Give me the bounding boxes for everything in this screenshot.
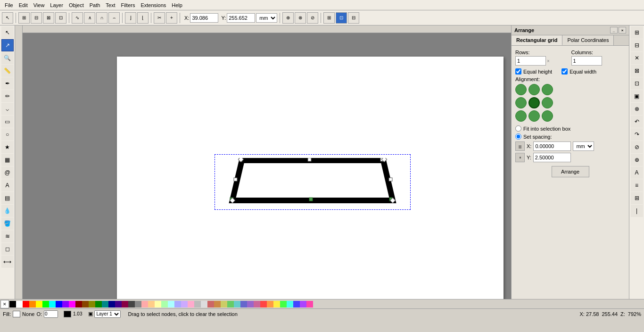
far-right-btn7[interactable]: ⊗	[631, 103, 643, 115]
palette-color-ff00ff[interactable]	[69, 301, 75, 307]
menu-file[interactable]: File	[2, 1, 16, 9]
menu-filters[interactable]: Filters	[118, 1, 138, 9]
menu-text[interactable]: Text	[103, 1, 118, 9]
tool-ellipse[interactable]: ○	[1, 128, 14, 141]
palette-color-cc6699[interactable]	[254, 301, 260, 307]
far-right-btn3[interactable]: ✕	[631, 52, 643, 64]
palette-color-000000[interactable]	[9, 301, 16, 307]
align-top-right[interactable]	[542, 84, 553, 95]
far-right-btn15[interactable]: |	[631, 205, 643, 217]
arrange-close-btn[interactable]: ×	[619, 27, 626, 33]
far-right-btn10[interactable]: ⊘	[631, 141, 643, 153]
path-join-btn[interactable]: ⌊	[137, 12, 149, 24]
palette-color-aa44ff[interactable]	[300, 301, 306, 307]
canvas-area[interactable]	[15, 25, 511, 299]
palette-color-66cccc[interactable]	[234, 301, 240, 307]
tool-connector[interactable]: ⟷	[1, 256, 14, 268]
select-tool-btn[interactable]: ↖	[2, 12, 13, 24]
far-right-btn2[interactable]: ⊟	[631, 39, 643, 51]
canvas-content[interactable]	[23, 33, 511, 299]
arrange-minimize-btn[interactable]: _	[610, 27, 618, 33]
align-mid-right[interactable]	[542, 97, 553, 108]
tool-spiral[interactable]: @	[1, 166, 14, 179]
palette-color-aaffaa[interactable]	[161, 301, 168, 307]
palette-color-cc6666[interactable]	[207, 301, 214, 307]
palette-color-880044[interactable]	[122, 301, 128, 307]
palette-color-aaffff[interactable]	[168, 301, 174, 307]
tool-eraser[interactable]: ◻	[1, 243, 14, 255]
snap-btn3[interactable]: ⊠	[43, 12, 54, 24]
y-spacing-input[interactable]	[533, 153, 571, 162]
align-mid-left[interactable]	[515, 97, 527, 108]
view-btn3[interactable]: ⊟	[348, 12, 359, 24]
palette-color-00ff00[interactable]	[42, 301, 49, 307]
far-right-btn6[interactable]: ▣	[631, 90, 643, 102]
node-symm-btn[interactable]: ⌢	[108, 12, 120, 24]
snap-btn4[interactable]: ⊡	[55, 12, 66, 24]
far-right-btn11[interactable]: ⊕	[631, 154, 643, 166]
tool-zoom[interactable]: 🔍	[1, 52, 14, 64]
no-paint-btn[interactable]: ✕	[0, 300, 9, 308]
palette-color-ffff00[interactable]	[36, 301, 42, 307]
snap-btn1[interactable]: ⊞	[18, 12, 30, 24]
align-bot-center[interactable]	[528, 110, 540, 122]
palette-color-888888[interactable]	[135, 301, 141, 307]
far-right-btn9[interactable]: ↷	[631, 128, 643, 141]
palette-color-444444[interactable]	[128, 301, 135, 307]
palette-color-008800[interactable]	[95, 301, 102, 307]
palette-color-4444ff[interactable]	[293, 301, 300, 307]
far-right-btn13[interactable]: ≡	[631, 179, 643, 191]
menu-help[interactable]: Help	[169, 1, 185, 9]
palette-color-ff0000[interactable]	[23, 301, 29, 307]
palette-color-ffee44[interactable]	[273, 301, 280, 307]
tool-spray[interactable]: ≋	[1, 230, 14, 242]
align-top-center[interactable]	[528, 84, 540, 95]
tool-dropper[interactable]: 💧	[1, 205, 14, 217]
far-right-btn14[interactable]: ⊞	[631, 192, 643, 204]
path-delete-seg-btn[interactable]: ✂	[154, 12, 165, 24]
menu-extensions[interactable]: Extensions	[138, 1, 169, 9]
node-smooth-btn[interactable]: ∩	[96, 12, 107, 24]
view-btn1[interactable]: ⊞	[323, 12, 335, 24]
rows-input[interactable]	[515, 56, 546, 66]
palette-color-ffaaaa[interactable]	[141, 301, 148, 307]
far-right-btn12[interactable]: A	[631, 166, 643, 179]
far-right-btn1[interactable]: ⊞	[631, 26, 643, 39]
palette-color-44ff44[interactable]	[280, 301, 287, 307]
palette-color-880000[interactable]	[75, 301, 82, 307]
tool-3d-box[interactable]: ▦	[1, 154, 14, 166]
columns-input[interactable]	[571, 56, 602, 66]
equal-width-checkbox[interactable]	[561, 68, 568, 75]
tool-node[interactable]: ↗	[1, 39, 14, 51]
tool-gradient[interactable]: ▤	[1, 192, 14, 204]
tab-polar[interactable]: Polar Coordinates	[562, 35, 614, 45]
path-break-btn[interactable]: ⌋	[125, 12, 136, 24]
tool-measure[interactable]: 📏	[1, 65, 14, 77]
palette-color-66cc66[interactable]	[227, 301, 234, 307]
equal-height-checkbox[interactable]	[515, 68, 521, 75]
palette-color-9966cc[interactable]	[247, 301, 254, 307]
set-spacing-radio[interactable]	[515, 133, 521, 140]
tab-rectangular[interactable]: Rectangular grid	[512, 35, 562, 45]
fill-color-box[interactable]	[13, 311, 20, 317]
palette-color-00ffff[interactable]	[49, 301, 56, 307]
tool-pen[interactable]: ✒	[1, 77, 14, 90]
align-mid-center[interactable]	[528, 97, 540, 108]
transform-btn1[interactable]: ⊕	[282, 12, 294, 24]
palette-color-0000ff[interactable]	[56, 301, 62, 307]
palette-color-ffcc88[interactable]	[148, 301, 155, 307]
palette-color-cc8844[interactable]	[214, 301, 221, 307]
transform-btn2[interactable]: ⊗	[295, 12, 306, 24]
palette-color-8800ff[interactable]	[62, 301, 69, 307]
tool-text[interactable]: A	[1, 179, 14, 191]
palette-color-008888[interactable]	[102, 301, 108, 307]
palette-color-ff4444[interactable]	[260, 301, 267, 307]
unit-select[interactable]: mm	[256, 13, 277, 23]
transform-btn3[interactable]: ⊘	[307, 12, 318, 24]
x-spacing-input[interactable]	[533, 141, 571, 151]
tool-pencil[interactable]: ✏	[1, 90, 14, 102]
palette-color-6666cc[interactable]	[240, 301, 247, 307]
view-btn2[interactable]: ⊡	[336, 12, 347, 24]
menu-view[interactable]: View	[31, 1, 48, 9]
far-right-btn5[interactable]: ⊡	[631, 77, 643, 90]
